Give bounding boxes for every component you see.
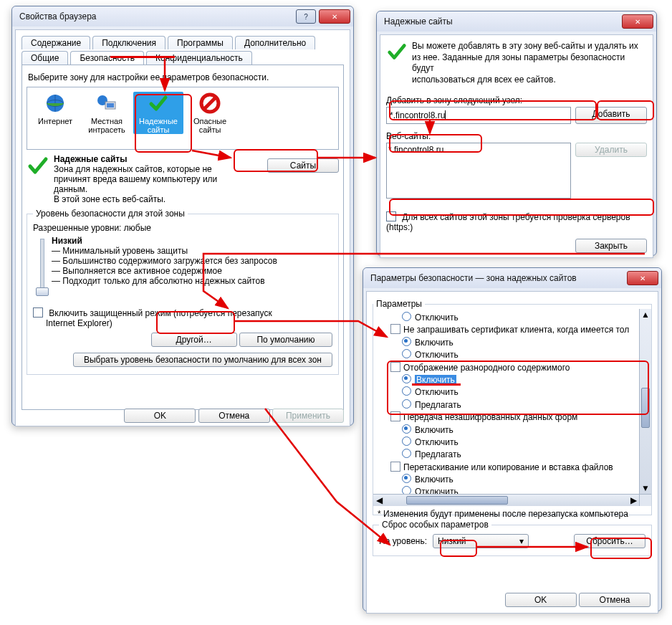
security-settings-window: Параметры безопасности — зона надежных с…: [363, 267, 662, 611]
tab-general[interactable]: Общие: [21, 51, 68, 65]
checkmark-large-icon: [27, 154, 49, 177]
add-host-label: Добавить в зону следующий узел:: [386, 95, 647, 105]
trusted-desc-1: Зона для надежных сайтов, которые не: [54, 164, 267, 174]
checkmark-icon: [386, 41, 408, 62]
tree-node-icon[interactable]: [390, 362, 400, 372]
tab-programs[interactable]: Программы: [168, 36, 233, 49]
tab-security[interactable]: Безопасность: [70, 51, 144, 65]
zone-restricted[interactable]: Опасные сайты: [185, 92, 235, 134]
level-name: Низкий: [52, 236, 332, 246]
security-level-legend: Уровень безопасности для этой зоны: [33, 209, 188, 219]
options-tree[interactable]: Отключить Не запрашивать сертификат клие…: [373, 309, 639, 494]
close-button[interactable]: ✕: [622, 14, 653, 29]
trusted-desc-2: причинят вреда вашему компьютеру или: [54, 174, 267, 184]
sites-button[interactable]: Сайты: [267, 158, 339, 173]
window-title: Параметры безопасности — зона надежных с…: [370, 273, 577, 283]
parameters-legend: Параметры: [373, 299, 425, 309]
websites-list[interactable]: *.fincontrol8.ru: [386, 143, 571, 199]
close-button[interactable]: ✕: [627, 271, 658, 285]
close-dialog-button[interactable]: Закрыть: [575, 239, 647, 253]
trusted-desc-4: В этой зоне есть веб-сайты.: [54, 194, 267, 204]
radio-off[interactable]: [402, 312, 411, 321]
zones-list[interactable]: Интернет Местная интрасеть Надежные: [27, 87, 339, 150]
reset-level-dropdown[interactable]: Низкий ▾: [433, 534, 529, 548]
radio-on[interactable]: [402, 424, 411, 434]
window-title: Надежные сайты: [384, 16, 453, 27]
cancel-button[interactable]: Отмена: [198, 409, 270, 423]
horizontal-scrollbar[interactable]: ◀ ▶: [373, 494, 651, 506]
reset-button[interactable]: Сбросить…: [574, 534, 645, 548]
titlebar[interactable]: Свойства браузера ? ✕: [12, 6, 353, 27]
website-entry[interactable]: *.fincontrol8.ru: [388, 145, 569, 155]
ok-button[interactable]: OK: [505, 593, 577, 607]
level-bullet-2: — Большинство содержимого загружается бе…: [52, 256, 332, 266]
svg-line-5: [204, 97, 216, 109]
parameters-group: Параметры Отключить Не запрашивать серти…: [373, 299, 652, 515]
cancel-button[interactable]: Отмена: [579, 593, 651, 607]
intro-line3: использоваться для всех ее сайтов.: [412, 75, 647, 86]
ok-button[interactable]: OK: [124, 409, 196, 423]
intranet-icon: [95, 92, 118, 115]
level-bullet-1: — Минимальный уровень защиты: [52, 246, 332, 256]
default-level-button[interactable]: По умолчанию: [239, 333, 332, 347]
zone-internet[interactable]: Интернет: [30, 92, 80, 125]
tree-node-icon[interactable]: [390, 411, 400, 421]
add-button[interactable]: Добавить: [575, 107, 647, 124]
https-check[interactable]: [386, 211, 396, 221]
radio-off[interactable]: [402, 449, 411, 458]
globe-icon: [44, 92, 67, 115]
custom-level-button[interactable]: Другой…: [151, 333, 237, 347]
intro-line1: Вы можете добавлять в эту зону веб-сайты…: [412, 41, 647, 52]
reset-level-label: На уровень:: [379, 536, 427, 546]
radio-on[interactable]: [402, 474, 411, 483]
vertical-scrollbar[interactable]: ▲ ▼: [639, 309, 651, 494]
security-slider[interactable]: [33, 236, 52, 297]
titlebar[interactable]: Параметры безопасности — зона надежных с…: [363, 268, 661, 288]
tree-node-icon[interactable]: [390, 324, 400, 334]
close-button[interactable]: ✕: [319, 9, 350, 24]
tab-content[interactable]: Содержание: [21, 36, 90, 49]
security-level-group: Уровень безопасности для этой зоны Разре…: [27, 209, 339, 375]
websites-label: Веб-сайты:: [386, 131, 647, 141]
trusted-sites-window: Надежные сайты ✕ Вы можете добавлять в э…: [376, 11, 657, 256]
titlebar[interactable]: Надежные сайты ✕: [377, 11, 656, 32]
tab-advanced[interactable]: Дополнительно: [235, 36, 315, 49]
window-title: Свойства браузера: [19, 11, 97, 22]
protected-mode-label-2: Internet Explorer): [46, 318, 112, 328]
apply-button[interactable]: Применить: [272, 409, 344, 423]
tree-node-icon[interactable]: [390, 462, 400, 472]
tab-privacy[interactable]: Конфиденциальность: [146, 51, 252, 65]
chevron-down-icon: ▾: [519, 536, 524, 546]
browser-properties-window: Свойства браузера ? ✕ Содержание Подключ…: [11, 6, 354, 426]
https-check-label: Для всех сайтов этой зоны требуется пров…: [386, 212, 630, 232]
intro-line2: из нее. Заданные для зоны параметры безо…: [412, 52, 647, 75]
radio-off[interactable]: [402, 349, 411, 358]
reset-all-zones-button[interactable]: Выбрать уровень безопасности по умолчани…: [73, 353, 332, 367]
allowed-levels: Разрешенные уровни: любые: [33, 223, 332, 233]
radio-off[interactable]: [402, 386, 411, 396]
protected-mode-checkbox[interactable]: [33, 307, 43, 318]
delete-button[interactable]: Удалить: [575, 143, 647, 157]
level-bullet-3: — Выполняется все активное содержимое: [52, 266, 332, 276]
radio-off[interactable]: [402, 399, 411, 409]
reset-group: Сброс особых параметров На уровень: Низк…: [373, 520, 652, 556]
radio-on[interactable]: [402, 374, 411, 383]
tab-connections[interactable]: Подключения: [92, 36, 165, 49]
prohibited-icon: [198, 92, 221, 115]
radio-off[interactable]: [402, 486, 411, 494]
level-bullet-4: — Подходит только для абсолютно надежных…: [52, 276, 332, 286]
add-host-input[interactable]: *.fincontrol8.ru: [386, 107, 571, 124]
zone-intranet[interactable]: Местная интрасеть: [82, 92, 132, 134]
help-button[interactable]: ?: [296, 9, 316, 24]
trusted-sites-title: Надежные сайты: [54, 154, 267, 164]
trusted-desc-3: данным.: [54, 184, 267, 194]
radio-on[interactable]: [402, 337, 411, 346]
reset-legend: Сброс особых параметров: [379, 520, 491, 530]
radio-off[interactable]: [402, 436, 411, 446]
svg-rect-3: [107, 103, 114, 108]
protected-mode-label-1: Включить защищенный режим (потребуется п…: [49, 308, 272, 318]
zone-trusted[interactable]: Надежные сайты: [133, 92, 183, 134]
zone-instruction: Выберите зону для настройки ее параметро…: [28, 72, 339, 82]
checkmark-icon: [147, 92, 170, 115]
